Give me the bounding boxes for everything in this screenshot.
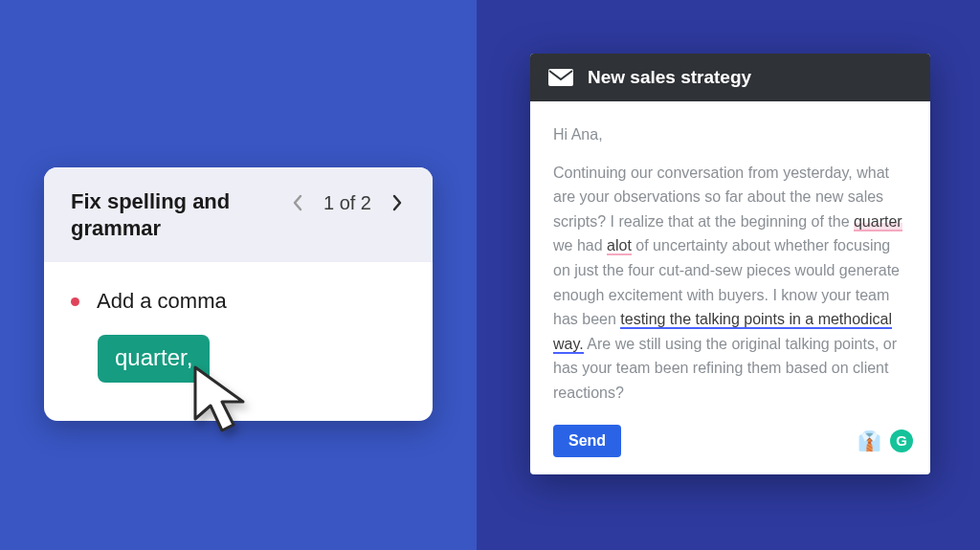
highlight-spelling-1[interactable]: quarter bbox=[854, 213, 902, 231]
email-body-text: Continuing our conversation from yesterd… bbox=[553, 161, 907, 406]
email-header: New sales strategy bbox=[530, 54, 930, 101]
right-pane: New sales strategy Hi Ana, Continuing ou… bbox=[477, 0, 980, 550]
tone-icon[interactable]: 👔 bbox=[858, 429, 880, 452]
apply-suggestion-button[interactable]: quarter, bbox=[98, 335, 210, 383]
suggestion-bullet-row: Add a comma bbox=[71, 289, 406, 314]
email-body[interactable]: Hi Ana, Continuing our conversation from… bbox=[530, 101, 930, 421]
left-pane: Fix spelling and grammar 1 of 2 Add a co… bbox=[0, 0, 477, 550]
pager-count: 1 of 2 bbox=[323, 192, 371, 214]
email-compose-card: New sales strategy Hi Ana, Continuing ou… bbox=[530, 54, 930, 474]
email-footer: Send 👔 G bbox=[530, 421, 930, 474]
svg-rect-0 bbox=[548, 69, 573, 86]
suggestion-card-header: Fix spelling and grammar 1 of 2 bbox=[44, 167, 433, 262]
chevron-left-icon[interactable] bbox=[285, 190, 310, 215]
body-seg-1d: Are we still using the original talking … bbox=[553, 336, 897, 401]
issue-dot-icon bbox=[71, 297, 79, 306]
highlight-spelling-2[interactable]: alot bbox=[607, 237, 632, 255]
footer-icons: 👔 G bbox=[858, 429, 913, 452]
send-button[interactable]: Send bbox=[553, 425, 621, 457]
grammarly-icon[interactable]: G bbox=[890, 429, 913, 452]
email-subject: New sales strategy bbox=[588, 67, 751, 88]
suggestion-label: Add a comma bbox=[97, 289, 227, 314]
body-seg-1b: we had bbox=[553, 237, 607, 253]
email-greeting: Hi Ana, bbox=[553, 122, 907, 147]
suggestion-card: Fix spelling and grammar 1 of 2 Add a co… bbox=[44, 167, 433, 421]
suggestion-pager: 1 of 2 bbox=[285, 190, 410, 215]
suggestion-card-body: Add a comma quarter, bbox=[44, 262, 433, 421]
envelope-icon bbox=[547, 68, 574, 87]
suggestion-title: Fix spelling and grammar bbox=[71, 188, 262, 241]
body-seg-1a: Continuing our conversation from yesterd… bbox=[553, 165, 889, 230]
chevron-right-icon[interactable] bbox=[385, 190, 410, 215]
